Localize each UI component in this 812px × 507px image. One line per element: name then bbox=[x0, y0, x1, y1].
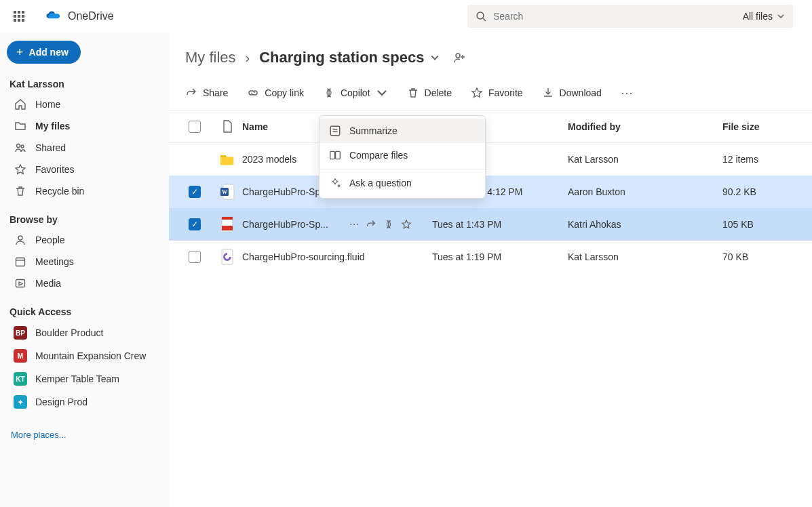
share-button[interactable]: Share bbox=[185, 87, 228, 99]
column-size-header[interactable]: File size bbox=[722, 121, 804, 132]
select-all-checkbox[interactable] bbox=[189, 121, 201, 133]
favorite-label: Favorite bbox=[488, 87, 523, 98]
file-modified: Tues at 1:19 PM bbox=[432, 251, 568, 262]
sidebar-item-label: Home bbox=[35, 99, 60, 110]
link-icon bbox=[247, 87, 259, 99]
sidebar-item-label: Recycle bin bbox=[35, 186, 84, 197]
column-modified-by-header[interactable]: Modified by bbox=[568, 121, 722, 132]
copilot-compare-item[interactable]: Compare files bbox=[320, 143, 485, 167]
copilot-icon bbox=[323, 87, 335, 99]
quick-access-item[interactable]: M Mountain Expansion Crew bbox=[7, 344, 162, 367]
onedrive-logo-icon bbox=[45, 11, 61, 22]
row-favorite-button[interactable] bbox=[401, 219, 412, 230]
svg-point-2 bbox=[17, 144, 20, 148]
download-button[interactable]: Download bbox=[542, 87, 602, 99]
dropdown-separator bbox=[320, 169, 485, 169]
row-select-checkbox[interactable] bbox=[189, 251, 201, 263]
quick-access-label: Kemper Table Team bbox=[35, 373, 119, 384]
table-row[interactable]: ChargeHubPro-Sp... ⋯ Tues at 1:43 PM Kat… bbox=[169, 208, 812, 241]
row-select-checkbox[interactable] bbox=[189, 186, 201, 198]
plus-icon: + bbox=[16, 46, 24, 58]
table-row[interactable]: W ChargeHubPro-Spec_v1_Approved.docx Yes… bbox=[169, 176, 812, 208]
quick-access-label: Design Prod bbox=[35, 397, 88, 407]
svg-point-8 bbox=[456, 54, 460, 58]
row-more-button[interactable]: ⋯ bbox=[349, 219, 359, 230]
row-select-checkbox[interactable] bbox=[189, 218, 201, 230]
favorite-button[interactable]: Favorite bbox=[471, 87, 523, 99]
search-box[interactable]: All files bbox=[467, 5, 793, 28]
breadcrumb-parent[interactable]: My files bbox=[185, 49, 236, 66]
sidebar-item-people[interactable]: People bbox=[7, 229, 162, 251]
file-modified-by: Aaron Buxton bbox=[568, 186, 722, 197]
copilot-dropdown: Summarize Compare files Ask a question bbox=[319, 115, 486, 199]
sidebar-item-label: Media bbox=[35, 278, 61, 289]
copilot-summarize-item[interactable]: Summarize bbox=[320, 119, 485, 143]
sidebar-item-recycle-bin[interactable]: Recycle bin bbox=[7, 180, 162, 202]
quick-access-item[interactable]: KT Kemper Table Team bbox=[7, 367, 162, 390]
file-modified-by: Kat Larsson bbox=[568, 251, 722, 262]
breadcrumb-current[interactable]: Charging station specs bbox=[259, 49, 439, 66]
more-actions-button[interactable]: ⋯ bbox=[621, 85, 633, 100]
row-share-button[interactable] bbox=[366, 219, 376, 230]
download-label: Download bbox=[560, 87, 602, 98]
table-row[interactable]: 2023 models Kat Larsson 12 items bbox=[169, 143, 812, 176]
quick-access-tile-icon: BP bbox=[14, 326, 27, 340]
svg-rect-13 bbox=[336, 151, 341, 159]
sidebar-item-media[interactable]: Media bbox=[7, 272, 162, 294]
trash-icon bbox=[407, 87, 419, 99]
file-size: 12 items bbox=[722, 154, 804, 165]
home-icon bbox=[14, 98, 27, 110]
svg-point-0 bbox=[477, 12, 484, 19]
search-filter-label: All files bbox=[743, 11, 773, 22]
more-places-link[interactable]: More places... bbox=[7, 426, 162, 444]
copilot-compare-label: Compare files bbox=[349, 150, 408, 161]
sidebar-item-meetings[interactable]: Meetings bbox=[7, 251, 162, 272]
sidebar-item-home[interactable]: Home bbox=[7, 94, 162, 115]
search-filter-dropdown[interactable]: All files bbox=[743, 11, 785, 22]
svg-rect-12 bbox=[330, 151, 335, 159]
sidebar-item-label: People bbox=[35, 235, 65, 245]
chevron-down-icon bbox=[777, 12, 785, 20]
quick-access-item[interactable]: ✦ Design Prod bbox=[7, 390, 162, 413]
brand: OneDrive bbox=[45, 10, 114, 22]
browse-by-heading: Browse by bbox=[9, 214, 158, 225]
quick-access-tile-icon: KT bbox=[14, 372, 27, 386]
file-name: ChargeHubPro-sourcing.fluid bbox=[242, 251, 365, 262]
breadcrumb: My files › Charging station specs bbox=[169, 42, 812, 79]
table-header: Name Modified Modified by File size bbox=[169, 110, 812, 143]
copilot-ask-item[interactable]: Ask a question bbox=[320, 171, 485, 195]
media-icon bbox=[14, 277, 27, 289]
table-row[interactable]: ChargeHubPro-sourcing.fluid Tues at 1:19… bbox=[169, 241, 812, 273]
star-icon bbox=[471, 87, 483, 99]
sidebar-item-favorites[interactable]: Favorites bbox=[7, 159, 162, 180]
download-icon bbox=[542, 87, 554, 99]
file-type-icon bbox=[222, 120, 233, 134]
chevron-down-icon bbox=[376, 87, 388, 99]
add-new-label: Add new bbox=[29, 47, 69, 58]
people-icon bbox=[14, 142, 27, 154]
search-input[interactable] bbox=[493, 11, 736, 22]
copilot-button[interactable]: Copilot Summarize Compare files bbox=[323, 87, 388, 99]
search-icon bbox=[476, 11, 486, 22]
delete-button[interactable]: Delete bbox=[407, 87, 452, 99]
quick-access-item[interactable]: BP Boulder Product bbox=[7, 321, 162, 344]
copy-link-button[interactable]: Copy link bbox=[247, 87, 304, 99]
trash-icon bbox=[14, 185, 27, 197]
breadcrumb-current-label: Charging station specs bbox=[259, 49, 424, 66]
sidebar: + Add new Kat Larsson Home My files Shar… bbox=[0, 33, 169, 507]
people-add-icon[interactable] bbox=[453, 51, 467, 64]
svg-rect-7 bbox=[16, 280, 25, 287]
sidebar-item-my-files[interactable]: My files bbox=[7, 115, 162, 137]
compare-icon bbox=[329, 149, 341, 161]
svg-rect-19 bbox=[222, 217, 233, 220]
sidebar-item-label: My files bbox=[35, 121, 70, 131]
quick-access-label: Boulder Product bbox=[35, 327, 103, 338]
svg-text:W: W bbox=[222, 189, 227, 195]
add-new-button[interactable]: + Add new bbox=[7, 41, 81, 64]
app-launcher-button[interactable] bbox=[5, 3, 33, 30]
file-modified-by: Kat Larsson bbox=[568, 154, 722, 165]
svg-rect-18 bbox=[222, 226, 233, 230]
sidebar-item-label: Meetings bbox=[35, 256, 74, 267]
sidebar-item-shared[interactable]: Shared bbox=[7, 137, 162, 159]
row-copilot-button[interactable] bbox=[383, 219, 394, 230]
